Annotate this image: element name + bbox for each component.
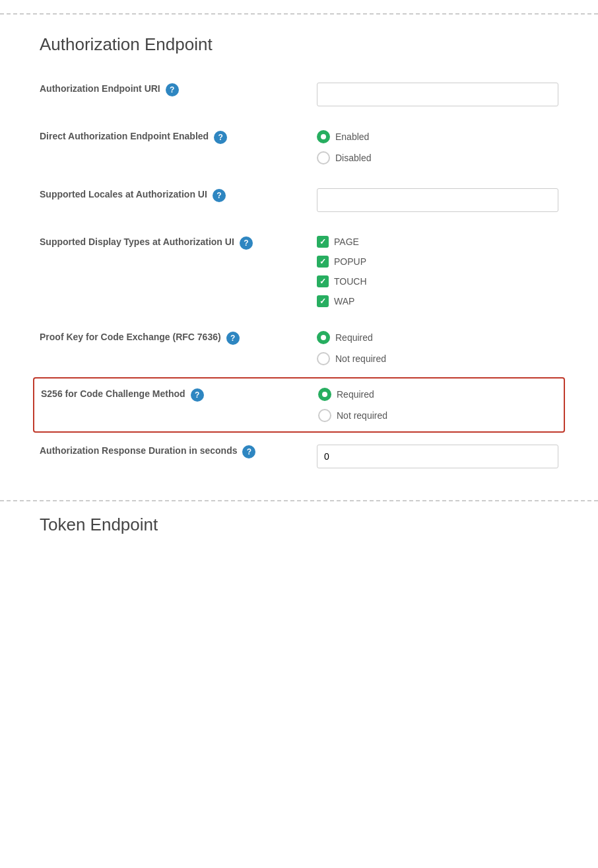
radio-enabled[interactable]: Enabled bbox=[317, 130, 558, 143]
input-response-duration[interactable] bbox=[317, 445, 558, 468]
field-row-display-types: Supported Display Types at Authorization… bbox=[40, 224, 558, 319]
checkbox-label-popup: POPUP bbox=[334, 256, 366, 267]
radio-s256-required[interactable]: Required bbox=[318, 388, 557, 401]
field-row-response-duration: Authorization Response Duration in secon… bbox=[40, 433, 558, 480]
control-response-duration bbox=[317, 445, 558, 468]
field-label-col-proof-key: Proof Key for Code Exchange (RFC 7636) ? bbox=[40, 331, 317, 345]
label-proof-key: Proof Key for Code Exchange (RFC 7636) bbox=[40, 331, 221, 344]
checkbox-group-display-types: PAGE POPUP TOUCH WAP bbox=[317, 236, 558, 307]
checkbox-box-popup bbox=[317, 256, 329, 268]
section-title-authorization: Authorization Endpoint bbox=[40, 34, 558, 55]
radio-group-s256: Required Not required bbox=[318, 388, 557, 422]
checkbox-popup[interactable]: POPUP bbox=[317, 256, 558, 268]
help-icon-auth-uri[interactable]: ? bbox=[166, 83, 179, 96]
checkbox-label-page: PAGE bbox=[334, 236, 359, 247]
help-icon-response-duration[interactable]: ? bbox=[242, 445, 255, 458]
token-endpoint-title: Token Endpoint bbox=[0, 501, 598, 535]
checkbox-page[interactable]: PAGE bbox=[317, 236, 558, 248]
radio-circle-s256-required bbox=[318, 388, 331, 401]
highlighted-row-s256: S256 for Code Challenge Method ? Require… bbox=[33, 377, 565, 433]
page-wrapper: Authorization Endpoint Authorization End… bbox=[0, 0, 598, 868]
radio-circle-proof-not-required bbox=[317, 352, 330, 365]
radio-proof-required[interactable]: Required bbox=[317, 331, 558, 344]
checkbox-touch[interactable]: TOUCH bbox=[317, 275, 558, 287]
radio-group-direct-auth: Enabled Disabled bbox=[317, 130, 558, 164]
radio-circle-s256-not-required bbox=[318, 409, 331, 422]
checkbox-box-page bbox=[317, 236, 329, 248]
checkbox-box-wap bbox=[317, 295, 329, 307]
field-label-col-direct-auth: Direct Authorization Endpoint Enabled ? bbox=[40, 130, 317, 144]
radio-disabled[interactable]: Disabled bbox=[317, 151, 558, 164]
radio-label-disabled: Disabled bbox=[335, 153, 371, 163]
radio-s256-not-required[interactable]: Not required bbox=[318, 409, 557, 422]
field-row-direct-auth: Direct Authorization Endpoint Enabled ? … bbox=[40, 118, 558, 176]
checkbox-label-touch: TOUCH bbox=[334, 276, 367, 287]
label-direct-auth: Direct Authorization Endpoint Enabled bbox=[40, 130, 209, 143]
field-label-col-locales: Supported Locales at Authorization UI ? bbox=[40, 188, 317, 202]
label-s256: S256 for Code Challenge Method bbox=[41, 388, 185, 401]
control-display-types: PAGE POPUP TOUCH WAP bbox=[317, 236, 558, 307]
help-icon-direct-auth[interactable]: ? bbox=[214, 131, 227, 144]
help-icon-locales[interactable]: ? bbox=[213, 189, 226, 202]
field-row-s256: S256 for Code Challenge Method ? Require… bbox=[41, 388, 557, 422]
control-direct-auth: Enabled Disabled bbox=[317, 130, 558, 164]
label-auth-endpoint-uri: Authorization Endpoint URI bbox=[40, 83, 160, 96]
radio-label-enabled: Enabled bbox=[335, 131, 369, 142]
radio-circle-proof-required bbox=[317, 331, 330, 344]
field-label-col-auth-uri: Authorization Endpoint URI ? bbox=[40, 83, 317, 96]
control-auth-uri bbox=[317, 83, 558, 106]
field-row-proof-key: Proof Key for Code Exchange (RFC 7636) ?… bbox=[40, 319, 558, 377]
radio-circle-enabled bbox=[317, 130, 330, 143]
help-icon-proof-key[interactable]: ? bbox=[226, 332, 240, 345]
field-label-col-display-types: Supported Display Types at Authorization… bbox=[40, 236, 317, 250]
help-icon-display-types[interactable]: ? bbox=[240, 236, 253, 250]
label-response-duration: Authorization Response Duration in secon… bbox=[40, 445, 237, 458]
input-locales[interactable] bbox=[317, 188, 558, 212]
authorization-endpoint-section: Authorization Endpoint Authorization End… bbox=[0, 13, 598, 493]
control-locales bbox=[317, 188, 558, 212]
radio-label-proof-required: Required bbox=[335, 332, 373, 343]
radio-group-proof-key: Required Not required bbox=[317, 331, 558, 365]
radio-label-proof-not-required: Not required bbox=[335, 353, 386, 364]
input-auth-endpoint-uri[interactable] bbox=[317, 83, 558, 106]
field-label-col-response-duration: Authorization Response Duration in secon… bbox=[40, 445, 317, 458]
label-display-types: Supported Display Types at Authorization… bbox=[40, 236, 234, 249]
label-locales: Supported Locales at Authorization UI bbox=[40, 188, 207, 201]
help-icon-s256[interactable]: ? bbox=[191, 388, 204, 402]
field-row-auth-uri: Authorization Endpoint URI ? bbox=[40, 71, 558, 118]
checkbox-wap[interactable]: WAP bbox=[317, 295, 558, 307]
field-row-locales: Supported Locales at Authorization UI ? bbox=[40, 176, 558, 224]
field-label-col-s256: S256 for Code Challenge Method ? bbox=[41, 388, 318, 402]
control-proof-key: Required Not required bbox=[317, 331, 558, 365]
control-s256: Required Not required bbox=[318, 388, 557, 422]
radio-proof-not-required[interactable]: Not required bbox=[317, 352, 558, 365]
radio-label-s256-not-required: Not required bbox=[337, 410, 387, 421]
checkbox-box-touch bbox=[317, 275, 329, 287]
radio-circle-disabled bbox=[317, 151, 330, 164]
checkbox-label-wap: WAP bbox=[334, 296, 354, 307]
radio-label-s256-required: Required bbox=[337, 389, 374, 400]
